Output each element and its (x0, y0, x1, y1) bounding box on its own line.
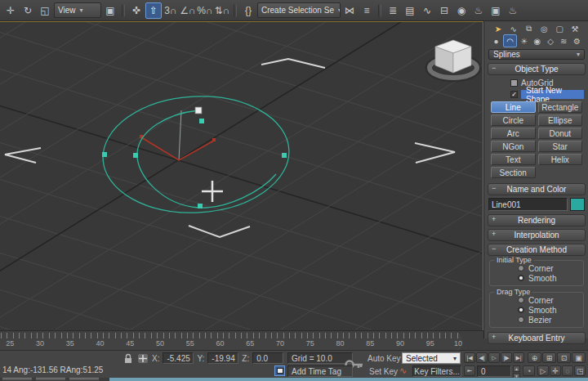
shape-button[interactable]: Section (491, 167, 536, 178)
spinner-snap-icon[interactable]: ⇅∩ (214, 2, 230, 19)
rollout-object-type[interactable]: Object Type (488, 63, 586, 75)
category-shapes-icon[interactable]: ◠ (503, 34, 517, 47)
rollout-rendering[interactable]: Rendering (488, 214, 586, 226)
snaps-toggle-3d-icon[interactable]: 3∩ (163, 2, 179, 19)
time-configuration-button[interactable]: ◔ (523, 365, 535, 376)
current-frame-field[interactable]: 0 (477, 365, 511, 377)
crosshair-cursor (202, 181, 223, 202)
tab-modify[interactable]: ∿ (507, 23, 520, 34)
rollout-interpolation[interactable]: Interpolation (488, 229, 586, 241)
zoom-region-icon[interactable]: ▷ (537, 365, 549, 376)
absolute-mode-toggle-icon[interactable] (137, 353, 149, 364)
y-coordinate-field[interactable]: -19.94 (207, 352, 238, 364)
next-frame-icon[interactable]: |▶ (501, 352, 512, 363)
select-and-scale-icon[interactable]: ◱ (37, 2, 53, 19)
shape-button[interactable]: Text (491, 154, 536, 165)
angle-snap-icon[interactable]: ∠∩ (180, 2, 196, 19)
previous-frame-icon[interactable]: ◀| (476, 352, 488, 363)
shape-button[interactable]: Rectangle (538, 101, 583, 113)
mirror-icon[interactable]: ⋈ (341, 2, 358, 19)
object-name-field[interactable]: Line001 (488, 198, 568, 211)
time-slider-ruler[interactable]: 253035404550556065707580859095100 (0, 332, 462, 351)
go-to-end-icon[interactable]: ▶| (513, 352, 524, 363)
start-new-shape-checkbox[interactable] (510, 91, 518, 98)
radio-option[interactable]: Bezier (490, 315, 583, 325)
ruler-ticks (1, 333, 461, 338)
go-to-start-icon[interactable]: |◀ (464, 352, 475, 363)
shape-button[interactable]: NGon (491, 141, 536, 152)
align-icon[interactable]: ≡ (359, 2, 375, 19)
category-systems-icon[interactable]: ⚙ (571, 35, 583, 47)
rollout-keyboard-entry[interactable]: Keyboard Entry (488, 332, 586, 344)
shape-button[interactable]: Donut (538, 128, 583, 139)
shape-button[interactable]: Ellipse (538, 114, 583, 126)
radio-option[interactable]: Corner (490, 295, 583, 305)
shape-button[interactable]: Arc (491, 128, 536, 139)
selection-lock-icon[interactable] (123, 353, 133, 364)
prompt-line-button[interactable] (274, 365, 285, 376)
selection-set-dropdown[interactable]: Selected (402, 352, 461, 364)
shape-category-dropdown[interactable]: Splines (488, 49, 585, 60)
reference-coordinate-system-dropdown[interactable]: View (54, 2, 101, 18)
start-new-shape-button[interactable]: Start New Shape (521, 90, 584, 99)
percent-snap-icon[interactable]: %∩ (197, 2, 213, 19)
use-pivot-point-center-icon[interactable]: ▣ (102, 2, 118, 19)
select-and-manipulate-icon[interactable]: ✜ (128, 2, 145, 19)
tab-display[interactable]: ▢ (553, 23, 566, 34)
render-setup-icon[interactable]: ♨ (470, 2, 487, 19)
curve-editor-icon[interactable]: ∿ (419, 2, 435, 19)
play-animation-icon[interactable]: ▷ (488, 352, 500, 363)
maximize-viewport-icon[interactable]: ◳ (574, 365, 586, 376)
add-time-tag-button[interactable]: Add Time Tag (287, 365, 353, 377)
viewcube[interactable] (429, 40, 478, 78)
autogrid-checkbox[interactable] (510, 79, 518, 87)
pan-icon[interactable]: ✛ (550, 365, 561, 376)
radio-option[interactable]: Smooth (490, 273, 583, 283)
zoom-extents-all-icon[interactable]: ▣ (572, 352, 586, 363)
select-and-rotate-icon[interactable]: ↻ (20, 2, 36, 19)
default-tangent-icon[interactable]: ∿ (399, 365, 407, 376)
x-coordinate-field[interactable]: -5.425 (163, 352, 194, 364)
category-space-warps-icon[interactable]: ≋ (558, 35, 570, 47)
rollout-name-and-color[interactable]: Name and Color (488, 183, 586, 195)
radio-option[interactable]: Smooth (490, 305, 583, 315)
tab-create[interactable]: ➤ (492, 23, 505, 34)
perspective-viewport[interactable] (0, 21, 483, 330)
key-filters-button[interactable]: Key Filters... (412, 365, 461, 377)
zoom-all-icon[interactable]: ⊞ (542, 352, 556, 363)
category-lights-icon[interactable]: ☀ (518, 35, 530, 47)
frame-label: 40 (85, 339, 115, 347)
rollout-creation-method[interactable]: Creation Method (488, 244, 586, 256)
frame-spinner[interactable]: ▲▼ (513, 365, 520, 376)
key-mode-toggle[interactable]: ⇤ (464, 365, 475, 376)
render-production-icon[interactable]: ♨ (505, 2, 521, 19)
radio-option[interactable]: Corner (490, 263, 583, 273)
shape-button[interactable]: Star (538, 141, 583, 152)
frame-label: 75 (296, 339, 326, 347)
named-selection-sets-dropdown[interactable]: Create Selection Se (257, 2, 341, 18)
shape-button[interactable]: Circle (491, 114, 536, 126)
auto-key-button[interactable]: Auto Key (368, 352, 401, 364)
shape-button[interactable]: Helix (538, 154, 583, 165)
zoom-icon[interactable]: ⊕ (528, 352, 541, 363)
select-and-move-icon[interactable]: ✛ (2, 2, 19, 19)
material-editor-icon[interactable]: ◉ (453, 2, 470, 19)
tab-hierarchy[interactable]: ⧉ (523, 23, 536, 34)
category-helpers-icon[interactable]: ◇ (545, 35, 557, 47)
tab-motion[interactable]: ◎ (537, 23, 550, 34)
graphite-ribbon-icon[interactable]: ▤ (402, 2, 418, 19)
z-coordinate-field[interactable]: 0.0 (252, 352, 283, 364)
orbit-icon[interactable]: ◌ (562, 365, 573, 376)
zoom-extents-icon[interactable]: ⊡ (557, 352, 571, 363)
category-cameras-icon[interactable]: ◉ (531, 35, 543, 47)
edit-named-selection-sets-icon[interactable]: {} (240, 2, 256, 19)
layer-manager-icon[interactable]: ≣ (385, 2, 401, 19)
tab-utilities[interactable]: ⚒ (568, 23, 581, 34)
set-key-button[interactable]: Set Key (369, 365, 398, 377)
object-color-swatch[interactable] (570, 198, 585, 211)
shape-button[interactable]: Line (491, 101, 536, 113)
rendered-frame-window-icon[interactable]: ▣ (488, 2, 504, 19)
category-geometry-icon[interactable]: ● (490, 35, 502, 47)
keyboard-shortcut-override-icon[interactable]: ⇧ (145, 2, 162, 19)
schematic-view-icon[interactable]: ⊟ (436, 2, 452, 19)
